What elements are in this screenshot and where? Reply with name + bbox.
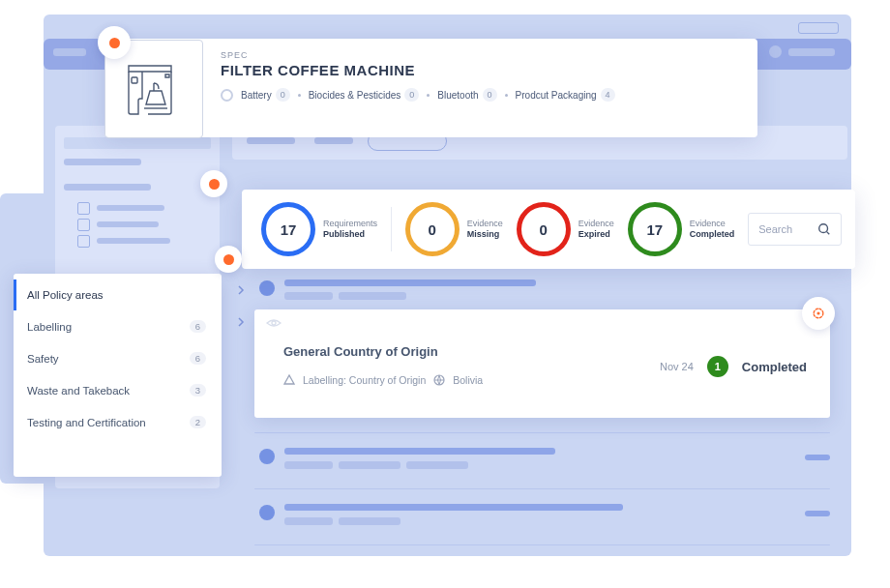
sk	[339, 292, 406, 300]
tag-packaging[interactable]: Prodcut Packaging4	[516, 88, 615, 102]
sk	[97, 221, 159, 227]
policy-item-testing[interactable]: Testing and Certification2	[14, 406, 222, 438]
sk	[339, 461, 400, 469]
stat-donut: 17	[261, 202, 315, 256]
header-sk	[798, 22, 839, 34]
header-avatar-sk	[769, 45, 782, 58]
svg-point-5	[816, 311, 819, 314]
checkbox-sk	[77, 235, 90, 248]
triangle-icon	[283, 374, 295, 386]
policy-item-all[interactable]: All Policy areas	[14, 279, 222, 310]
sk	[805, 511, 830, 516]
dot-separator	[298, 94, 301, 97]
requirement-date: Nov 24	[660, 361, 694, 372]
gear-icon	[812, 307, 825, 320]
pulse-marker[interactable]	[215, 246, 242, 273]
row-dot	[259, 505, 275, 520]
tag-bluetooth[interactable]: Bluetooth0	[437, 88, 496, 102]
stats-card: 17 RequirementsPublished 0 EvidenceMissi…	[242, 190, 855, 269]
policy-item-labelling[interactable]: Labelling6	[14, 310, 222, 342]
chevron-right-icon	[235, 284, 247, 296]
checkbox-sk	[77, 202, 90, 215]
checkbox-sk	[77, 219, 90, 231]
stat-expired[interactable]: 0 EvidenceExpired	[517, 202, 614, 256]
tag-battery[interactable]: Battery0	[241, 88, 290, 102]
divider	[254, 544, 830, 545]
row-dot	[259, 280, 275, 296]
sk	[339, 517, 400, 525]
spec-tags: Battery0 Biocides & Pesticides0 Bluetoot…	[221, 88, 615, 102]
requirement-count: 1	[707, 356, 728, 377]
sk	[284, 292, 333, 300]
sk	[97, 238, 170, 244]
search-icon	[817, 222, 831, 236]
header-sk	[53, 48, 86, 56]
spec-eyebrow: SPEC	[221, 50, 615, 60]
search-placeholder: Search	[758, 223, 792, 235]
svg-point-1	[819, 224, 828, 233]
tag-ring-icon	[221, 89, 233, 102]
eye-icon	[266, 317, 282, 329]
stat-donut: 0	[405, 202, 460, 256]
globe-icon	[433, 374, 445, 386]
sk	[64, 137, 211, 149]
row-dot	[259, 449, 275, 464]
spec-card[interactable]: SPEC FILTER COFFEE MACHINE Battery0 Bioc…	[104, 39, 757, 137]
sk	[64, 184, 151, 191]
search-input[interactable]: Search	[748, 213, 842, 246]
policy-dropdown: All Policy areas Labelling6 Safety6 Wast…	[14, 274, 222, 477]
svg-point-2	[272, 321, 276, 325]
sk	[64, 159, 141, 165]
pulse-marker[interactable]	[98, 26, 131, 59]
requirement-card[interactable]: General Country of Origin Labelling: Cou…	[254, 309, 830, 418]
stat-published[interactable]: 17 RequirementsPublished	[261, 202, 377, 256]
header-sk	[788, 48, 835, 56]
policy-item-waste[interactable]: Waste and Takeback3	[14, 374, 222, 406]
divider	[254, 432, 830, 433]
sk	[284, 461, 333, 469]
spec-title: FILTER COFFEE MACHINE	[221, 62, 615, 78]
divider	[254, 488, 830, 489]
dot-separator	[427, 94, 430, 97]
stat-donut: 17	[628, 202, 682, 256]
sk	[97, 205, 164, 211]
svg-rect-0	[132, 77, 137, 83]
requirement-meta: Labelling: Country of Origin Bolivia	[283, 374, 483, 386]
sk	[284, 448, 555, 455]
sk	[284, 279, 536, 286]
sk	[247, 137, 295, 144]
sk	[805, 455, 830, 460]
stat-donut: 0	[517, 202, 571, 256]
chevron-right-icon	[235, 316, 247, 328]
sk	[314, 137, 353, 144]
stat-divider	[391, 207, 392, 251]
policy-item-safety[interactable]: Safety6	[14, 342, 222, 374]
tag-biocides[interactable]: Biocides & Pesticides0	[309, 88, 420, 102]
stat-completed[interactable]: 17 EvidenceCompleted	[628, 202, 735, 256]
dot-separator	[505, 94, 508, 97]
sk	[284, 517, 333, 525]
sk	[284, 504, 623, 511]
requirement-status: Completed	[742, 360, 807, 374]
settings-marker[interactable]	[802, 297, 835, 330]
requirement-title: General Country of Origin	[283, 344, 438, 359]
sk	[406, 461, 468, 469]
pulse-marker[interactable]	[200, 170, 227, 197]
stat-missing[interactable]: 0 EvidenceMissing	[405, 202, 503, 256]
